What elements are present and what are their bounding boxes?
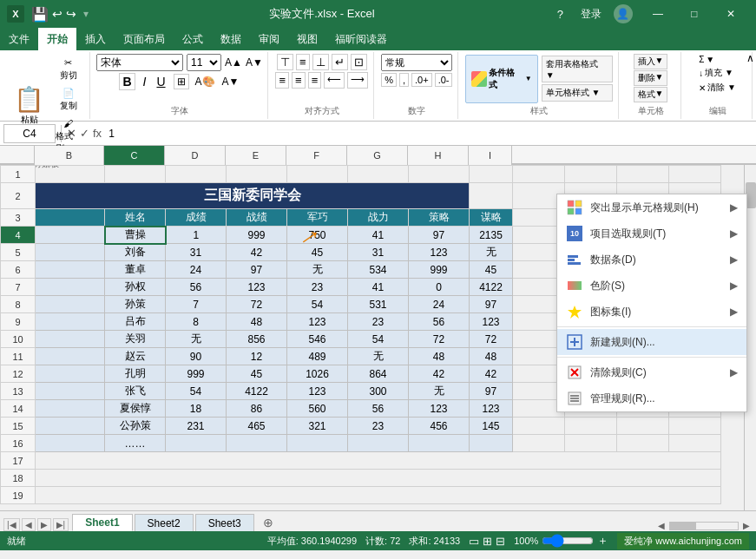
increase-font-button[interactable]: A▲ bbox=[225, 56, 242, 69]
cell-B16[interactable] bbox=[36, 435, 105, 452]
align-center-button[interactable]: ≡ bbox=[292, 72, 306, 89]
col-header-H[interactable]: H bbox=[408, 146, 469, 165]
number-format-select[interactable]: 常规 bbox=[381, 54, 452, 71]
fill-color-button[interactable]: A🎨 bbox=[194, 75, 216, 89]
fill-button[interactable]: ↓填充 ▼ bbox=[695, 66, 740, 80]
minimize-button[interactable]: — bbox=[640, 2, 676, 26]
font-color-button[interactable]: A▼ bbox=[221, 75, 240, 89]
cell-H11[interactable]: 48 bbox=[409, 348, 470, 365]
cell-K16[interactable] bbox=[565, 435, 617, 452]
cell-H14[interactable]: 123 bbox=[409, 400, 470, 418]
cell-M16[interactable] bbox=[669, 435, 721, 452]
cell-G12[interactable]: 864 bbox=[348, 365, 409, 383]
user-avatar[interactable]: 👤 bbox=[614, 4, 633, 23]
cell-C13[interactable]: 张飞 bbox=[105, 383, 166, 400]
col-header-C[interactable]: C bbox=[104, 146, 165, 165]
col-header-G[interactable]: G bbox=[347, 146, 408, 165]
align-bottom-button[interactable]: ⊥ bbox=[312, 54, 329, 70]
cell-I13[interactable]: 97 bbox=[470, 383, 513, 400]
sheet-nav-prev[interactable]: ◀ bbox=[22, 518, 36, 531]
cell-D12[interactable]: 999 bbox=[166, 365, 227, 383]
cell-H3[interactable]: 策略 bbox=[409, 209, 470, 227]
cell-I4[interactable]: 2135 bbox=[470, 227, 513, 244]
cell-H4[interactable]: 97 bbox=[409, 227, 470, 244]
sheet-nav-next[interactable]: ▶ bbox=[37, 518, 51, 531]
cell-E15[interactable]: 465 bbox=[227, 418, 287, 435]
hscroll-thumb[interactable] bbox=[670, 523, 696, 529]
cell-E4[interactable]: 999 bbox=[227, 227, 287, 244]
cell-E10[interactable]: 856 bbox=[227, 331, 287, 348]
row-header-8[interactable]: 8 bbox=[1, 296, 36, 313]
cell-J1[interactable] bbox=[513, 166, 565, 183]
row-header-18[interactable]: 18 bbox=[1, 470, 36, 487]
cell-C5[interactable]: 刘备 bbox=[105, 244, 166, 261]
zoom-in-button[interactable]: ＋ bbox=[597, 533, 608, 549]
cell-B9[interactable] bbox=[36, 313, 105, 331]
decrease-font-button[interactable]: A▼ bbox=[246, 56, 263, 69]
login-button[interactable]: 登录 bbox=[575, 7, 607, 22]
cell-B4[interactable] bbox=[36, 227, 105, 244]
row-header-2[interactable]: 2 bbox=[1, 183, 36, 209]
italic-button[interactable]: I bbox=[141, 74, 149, 89]
cell-K1[interactable] bbox=[565, 166, 617, 183]
cell-B6[interactable] bbox=[36, 261, 105, 279]
cell-I16[interactable] bbox=[470, 435, 513, 452]
cell-C7[interactable]: 孙权 bbox=[105, 279, 166, 296]
cell-F9[interactable]: 123 bbox=[287, 313, 348, 331]
sheet-tab-sheet3[interactable]: Sheet3 bbox=[195, 514, 254, 531]
cell-I5[interactable]: 无 bbox=[470, 244, 513, 261]
align-right-button[interactable]: ≡ bbox=[308, 72, 322, 89]
cell-J16[interactable] bbox=[513, 435, 565, 452]
cell-D3[interactable]: 成绩 bbox=[166, 209, 227, 227]
row-header-19[interactable]: 19 bbox=[1, 487, 36, 504]
cell-D7[interactable]: 56 bbox=[166, 279, 227, 296]
cell-I6[interactable]: 45 bbox=[470, 261, 513, 279]
cell-F1[interactable] bbox=[287, 166, 348, 183]
insert-function-icon[interactable]: fx bbox=[93, 127, 102, 140]
align-top-button[interactable]: ⊤ bbox=[277, 54, 293, 70]
row-header-17[interactable]: 17 bbox=[1, 452, 36, 470]
scroll-right[interactable]: ▶ bbox=[740, 520, 753, 531]
sheet-tab-sheet2[interactable]: Sheet2 bbox=[135, 514, 194, 531]
cell-C1[interactable] bbox=[105, 166, 166, 183]
cell-I15[interactable]: 145 bbox=[470, 418, 513, 435]
tab-view[interactable]: 视图 bbox=[288, 28, 326, 50]
menu-item-top10[interactable]: 10 项目选取规则(T) ▶ bbox=[557, 220, 746, 247]
tab-formula[interactable]: 公式 bbox=[174, 28, 212, 50]
col-header-B[interactable]: B bbox=[35, 146, 104, 165]
cell-H16[interactable] bbox=[409, 435, 470, 452]
cell-C12[interactable]: 孔明 bbox=[105, 365, 166, 383]
increase-indent-button[interactable]: ⟶ bbox=[347, 72, 368, 89]
cell-G9[interactable]: 23 bbox=[348, 313, 409, 331]
wrap-text-button[interactable]: ↵ bbox=[332, 54, 348, 70]
cell-M1[interactable] bbox=[669, 166, 721, 183]
tab-page-layout[interactable]: 页面布局 bbox=[115, 28, 174, 50]
cell-F7[interactable]: 23 bbox=[287, 279, 348, 296]
cell-E3[interactable]: 战绩 bbox=[227, 209, 287, 227]
cell-D4[interactable]: 1 bbox=[166, 227, 227, 244]
row-header-6[interactable]: 6 bbox=[1, 261, 36, 279]
cell-F13[interactable]: 123 bbox=[287, 383, 348, 400]
align-middle-button[interactable]: ≡ bbox=[296, 54, 310, 70]
help-button[interactable]: ? bbox=[552, 8, 569, 21]
cell-B3[interactable] bbox=[36, 209, 105, 227]
sheet-nav-last[interactable]: ▶| bbox=[53, 518, 69, 531]
quick-undo-icon[interactable]: ↩ bbox=[52, 7, 62, 21]
comma-button[interactable]: , bbox=[399, 73, 409, 87]
cell-C16[interactable]: …… bbox=[105, 435, 166, 452]
cell-M15[interactable] bbox=[669, 418, 721, 435]
cell-G1[interactable] bbox=[348, 166, 409, 183]
cell-D16[interactable] bbox=[166, 435, 227, 452]
cell-C8[interactable]: 孙策 bbox=[105, 296, 166, 313]
col-header-E[interactable]: E bbox=[226, 146, 286, 165]
cell-I2[interactable] bbox=[470, 183, 513, 209]
cell-I7[interactable]: 4122 bbox=[470, 279, 513, 296]
row-header-11[interactable]: 11 bbox=[1, 348, 36, 365]
collapse-ribbon-button[interactable]: ∧ bbox=[746, 52, 754, 64]
cell-G16[interactable] bbox=[348, 435, 409, 452]
cell-G10[interactable]: 54 bbox=[348, 331, 409, 348]
merge-button[interactable]: ⊡ bbox=[351, 54, 367, 70]
menu-item-new-rule[interactable]: 新建规则(N)... bbox=[557, 329, 746, 355]
copy-button[interactable]: 📄 复制 bbox=[53, 84, 84, 114]
maximize-button[interactable]: □ bbox=[676, 2, 713, 26]
